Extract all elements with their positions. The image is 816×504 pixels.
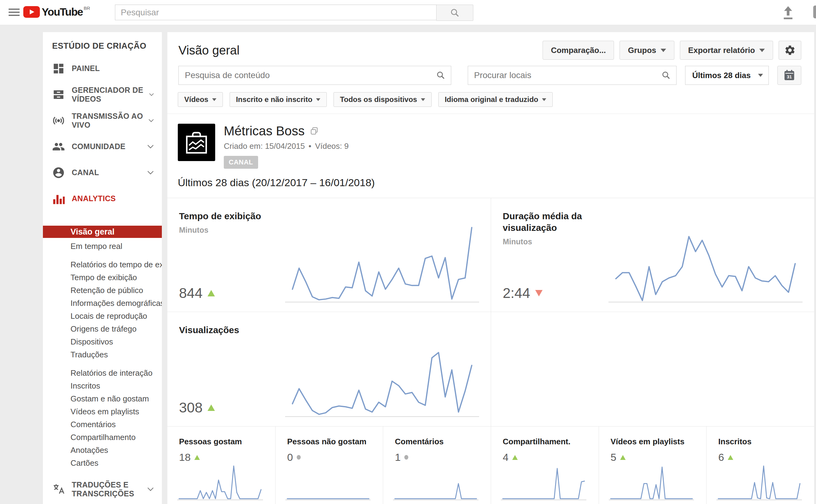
- chip-inscrito[interactable]: Inscrito e não inscrito: [230, 92, 327, 107]
- menu-icon[interactable]: [9, 9, 20, 17]
- dashboard-icon: [52, 62, 65, 75]
- main-panel: Visão geral Comparação... Grupos Exporta…: [167, 32, 814, 504]
- card-comentarios[interactable]: Comentários 1: [383, 427, 491, 504]
- sidebar-item-compartilhamento[interactable]: Compartilhamento: [43, 431, 162, 444]
- chart-baseline: [609, 499, 694, 500]
- sparkline-likes: [179, 464, 261, 500]
- card-tempo-de-exibicao[interactable]: Tempo de exibição Minutos 844: [167, 198, 491, 312]
- account-avatar-partial[interactable]: [813, 6, 816, 18]
- chevron-down-icon: [147, 487, 154, 491]
- sparkline-subscribers: [718, 464, 800, 500]
- youtube-region-label: BR: [84, 6, 90, 11]
- sidebar-item-informacoes-demograficas[interactable]: Informações demográficas: [43, 297, 162, 310]
- groups-button[interactable]: Grupos: [620, 41, 674, 60]
- channel-icon: [52, 166, 65, 179]
- sidebar-item-traducoes-e-transcricoes[interactable]: TRADUÇÕES E TRANSCRIÇÕES: [43, 480, 162, 498]
- channel-avatar[interactable]: [178, 124, 215, 161]
- line-chart-views: [293, 340, 472, 417]
- search-icon: [450, 8, 460, 18]
- export-report-button[interactable]: Exportar relatório: [680, 41, 773, 60]
- card-visualizacoes[interactable]: Visualizações 308: [167, 312, 491, 426]
- card-value: 0: [287, 451, 383, 463]
- card-value: 6: [718, 451, 814, 463]
- sidebar-item-label: TRADUÇÕES E TRANSCRIÇÕES: [72, 480, 134, 498]
- sidebar-item-gerenciador-de-videos[interactable]: GERENCIADOR DE VÍDEOS: [43, 81, 162, 107]
- sidebar-item-videos-em-playlists[interactable]: Vídeos em playlists: [43, 405, 162, 418]
- svg-text:31: 31: [787, 74, 792, 79]
- caret-down-icon: [661, 49, 666, 52]
- location-search-input[interactable]: [468, 66, 677, 85]
- sidebar-item-cartoes[interactable]: Cartões: [43, 457, 162, 469]
- sidebar-item-tempo-de-exibicao[interactable]: Tempo de exibição: [43, 271, 162, 284]
- settings-button[interactable]: [779, 41, 801, 60]
- channel-cards-icon[interactable]: [310, 126, 319, 136]
- card-title: Compartilhament.: [491, 427, 599, 446]
- sidebar-sub-list-watchtime: Relatórios do tempo de exibição Tempo de…: [43, 258, 162, 361]
- youtube-creator-studio-analytics: YouTube BR ESTÚDIO DE CRIAÇÃO: [0, 0, 816, 504]
- card-pessoas-gostam[interactable]: Pessoas gostam 18: [167, 427, 275, 504]
- sidebar-item-canal[interactable]: CANAL: [43, 160, 162, 186]
- sidebar-header: ESTÚDIO DE CRIAÇÃO: [43, 32, 162, 55]
- search-icon: [661, 70, 671, 80]
- card-value: 1: [395, 451, 491, 463]
- live-icon: [52, 114, 65, 127]
- sidebar-item-visao-geral-selected[interactable]: Visão geral: [43, 226, 162, 238]
- sidebar-item-label: COMUNIDADE: [72, 142, 125, 151]
- channel-summary: Métricas Boss Criado em: 15/04/2015 • Ví…: [178, 124, 801, 169]
- gear-icon: [784, 44, 796, 56]
- card-value: 2:44: [503, 285, 542, 301]
- card-title: Tempo de exibição: [179, 210, 266, 222]
- chip-videos[interactable]: Vídeos: [178, 92, 223, 107]
- sidebar-item-anotacoes[interactable]: Anotações: [43, 444, 162, 457]
- search-button[interactable]: [436, 5, 473, 21]
- sidebar-item-relatorios-tempo-exibicao[interactable]: Relatórios do tempo de exibição: [43, 258, 162, 271]
- youtube-play-icon: [23, 6, 40, 18]
- sidebar-item-label: TRANSMISSÃO AO VIVO: [72, 112, 148, 130]
- upload-icon[interactable]: [781, 5, 795, 20]
- sidebar-item-label: GERENCIADOR DE VÍDEOS: [72, 86, 149, 103]
- calendar-button[interactable]: 31: [777, 66, 801, 85]
- sidebar-item-gostam-e-nao-gostam[interactable]: Gostam e não gostam: [43, 392, 162, 405]
- sidebar-item-painel[interactable]: PAINEL: [43, 55, 162, 81]
- comparison-button[interactable]: Comparação...: [542, 41, 614, 60]
- sidebar-item-inscritos[interactable]: Inscritos: [43, 379, 162, 392]
- card-value: 844: [179, 285, 215, 301]
- sidebar-item-locais-de-reproducao[interactable]: Locais de reprodução: [43, 310, 162, 322]
- sidebar-item-comentarios[interactable]: Comentários: [43, 418, 162, 431]
- chart-baseline: [608, 302, 803, 303]
- card-compartilhamento[interactable]: Compartilhament. 4: [491, 427, 599, 504]
- search-input[interactable]: [115, 5, 436, 20]
- card-unit: Minutos: [179, 226, 266, 235]
- card-title: Inscritos: [707, 427, 814, 446]
- content-search-input[interactable]: [178, 66, 451, 85]
- sidebar-item-analytics[interactable]: ANALYTICS: [43, 186, 162, 212]
- sidebar-item-transmissao-ao-vivo[interactable]: TRANSMISSÃO AO VIVO: [43, 107, 162, 134]
- card-duracao-media[interactable]: Duração média da visualização Minutos 2:…: [491, 198, 814, 312]
- card-value: 18: [179, 451, 275, 463]
- sparkline-comments: [395, 464, 477, 500]
- sidebar-item-retencao-de-publico[interactable]: Retenção de público: [43, 284, 162, 297]
- date-range-dropdown[interactable]: Últimos 28 dias: [685, 66, 769, 85]
- main-header: Visão geral Comparação... Grupos Exporta…: [167, 32, 814, 60]
- chip-idioma[interactable]: Idioma original e traduzido: [438, 92, 553, 107]
- sidebar-item-traducoes[interactable]: Traduções: [43, 348, 162, 361]
- community-icon: [52, 140, 65, 153]
- chart-baseline: [285, 416, 479, 417]
- sidebar-item-em-tempo-real[interactable]: Em tempo real: [43, 240, 162, 253]
- sidebar-item-relatorios-de-interacao[interactable]: Relatórios de interação: [43, 367, 162, 379]
- card-inscritos[interactable]: Inscritos 6: [706, 427, 814, 504]
- sidebar-item-origens-de-trafego[interactable]: Origens de tráfego: [43, 322, 162, 335]
- trend-up-icon: [512, 455, 518, 460]
- sidebar-item-dispositivos[interactable]: Dispositivos: [43, 335, 162, 348]
- card-videos-em-playlists[interactable]: Vídeos em playlists 5: [599, 427, 707, 504]
- trend-up-icon: [620, 455, 626, 460]
- sidebar-item-comunidade[interactable]: COMUNIDADE: [43, 134, 162, 160]
- chips-row: Vídeos Inscrito e não inscrito Todos os …: [178, 92, 801, 107]
- chevron-down-icon: [148, 118, 154, 123]
- card-pessoas-nao-gostam[interactable]: Pessoas não gostam 0: [275, 427, 383, 504]
- trend-down-icon: [535, 290, 542, 296]
- card-title: Pessoas gostam: [167, 427, 275, 446]
- youtube-logo[interactable]: YouTube BR: [23, 6, 90, 18]
- card-value: 4: [503, 451, 599, 463]
- chip-dispositivos[interactable]: Todos os dispositivos: [334, 92, 432, 107]
